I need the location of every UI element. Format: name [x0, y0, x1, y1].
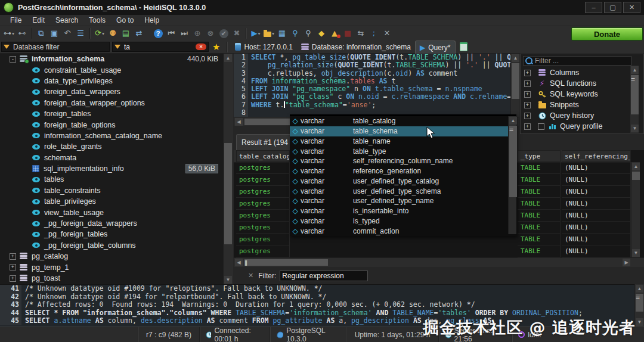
disconnect-icon[interactable]: ⊷ — [16, 27, 28, 39]
reformat-icon[interactable]: ◆ — [315, 27, 327, 39]
run-query-icon[interactable]: ▶▾ — [250, 27, 262, 39]
expand-icon[interactable]: + — [524, 113, 531, 119]
grid-cell[interactable]: postgres — [236, 198, 290, 210]
tab-database[interactable]: Database: information_schema — [297, 41, 415, 54]
autocomplete-item-table_name[interactable]: ◇varchartable_name — [290, 136, 516, 147]
autocomplete-item-table_catalog[interactable]: ◇varchartable_catalog — [290, 116, 516, 126]
expand-icon[interactable]: + — [10, 275, 16, 282]
tree-item-foreign_table_options[interactable]: foreign_table_options — [0, 119, 231, 130]
autocomplete-item-table_schema[interactable]: ◇varchartable_schema — [290, 126, 516, 136]
grid-cell[interactable]: (NULL) — [562, 198, 631, 210]
help-icon[interactable]: ? — [152, 27, 164, 39]
menu-file[interactable]: File — [5, 16, 27, 24]
autocomplete-item-table_type[interactable]: ◇varchartable_type — [290, 146, 516, 156]
menu-help[interactable]: Help — [139, 16, 165, 24]
go-first-icon[interactable]: ⏮ — [165, 27, 177, 39]
grid-cell[interactable]: TABLE — [518, 222, 561, 234]
tree-item-constraint_table_usage[interactable]: constraint_table_usage — [0, 64, 231, 75]
autocomplete-scrollbar[interactable]: ▲ = — [508, 116, 516, 234]
helper-item-query-profile[interactable]: +Query profile — [522, 121, 633, 132]
grid-cell[interactable]: postgres — [236, 234, 290, 245]
grid-filter-input[interactable] — [280, 271, 368, 281]
menu-tools[interactable]: Tools — [83, 16, 111, 24]
expand-icon[interactable]: + — [524, 123, 531, 130]
tree-item-pg_toast[interactable]: +pg_toast — [0, 273, 231, 284]
close-icon[interactable]: ✕ — [623, 2, 640, 13]
grid-cell[interactable]: TABLE — [518, 198, 561, 210]
grid-cell[interactable]: postgres — [236, 162, 290, 174]
tree-item-sql_implementation_info[interactable]: sql_implementation_info56,0 KiB — [0, 163, 231, 174]
save-icon[interactable]: ▦ — [276, 27, 288, 39]
grid-cell[interactable]: (NULL) — [562, 210, 631, 222]
refresh-icon[interactable]: ⟳▾ — [94, 27, 106, 39]
tree-item-_pg_foreign_data_wrappers[interactable]: _pg_foreign_data_wrappers — [0, 218, 231, 229]
close-query-icon[interactable]: ✕ — [381, 27, 393, 39]
menu-search[interactable]: Search — [50, 16, 83, 24]
grid-cell[interactable]: postgres — [236, 222, 290, 234]
go-last-icon[interactable]: ⏭ — [178, 27, 190, 39]
autocomplete-item-user_defined_type_catalog[interactable]: ◇varcharuser_defined_type_catalog — [290, 176, 516, 186]
column-header-self-referencing[interactable]: self_referencing_col — [562, 150, 631, 162]
tree-item-table_constraints[interactable]: table_constraints — [0, 185, 231, 196]
semicolon-icon[interactable]: ; — [368, 27, 380, 39]
minimize-icon[interactable]: – — [585, 2, 602, 13]
tree-item-foreign_data_wrapper_options[interactable]: foreign_data_wrapper_options — [0, 98, 231, 108]
bind-params-icon[interactable]: ⇆ — [355, 27, 367, 39]
open-file-icon[interactable]: ▾ — [263, 27, 275, 39]
grid-cell[interactable]: TABLE — [518, 162, 561, 174]
helper-item-query-history[interactable]: +Query history — [522, 110, 633, 121]
autocomplete-item-commit_action[interactable]: ◇varcharcommit_action — [290, 226, 516, 236]
grid-cell[interactable]: (NULL) — [562, 222, 631, 234]
paste-icon[interactable]: ▣ — [48, 27, 60, 39]
autocomplete-item-is_insertable_into[interactable]: ◇varcharis_insertable_into — [290, 206, 516, 216]
checkbox[interactable] — [538, 123, 544, 130]
helper-scrollbar[interactable]: ▲ = ▼ — [630, 66, 639, 133]
grid-cell[interactable]: (NULL) — [562, 186, 631, 198]
grid-cell[interactable]: (NULL) — [562, 245, 631, 257]
tree-item-table_privileges[interactable]: table_privileges — [0, 196, 231, 207]
tree-item-pg_catalog[interactable]: +pg_catalog — [0, 251, 231, 262]
database-filter-input[interactable] — [12, 42, 107, 52]
log-scrollbar[interactable]: ▲ = ▼ — [634, 284, 644, 327]
expand-icon[interactable]: + — [524, 80, 531, 87]
stop-icon[interactable]: ■ — [342, 27, 354, 39]
helper-item-columns[interactable]: +Columns — [522, 67, 633, 78]
add-row-icon[interactable]: ⊕ — [191, 27, 203, 39]
helper-item-sql-functions[interactable]: +⚡SQL functions — [522, 78, 633, 89]
session-manager-icon[interactable]: ⚉ — [107, 27, 119, 39]
grid-cell[interactable]: TABLE — [518, 210, 561, 222]
clear-grid-filter-icon[interactable]: ✕ — [248, 272, 253, 279]
database-filter-box[interactable] — [1, 42, 110, 52]
tree-item-foreign_data_wrappers[interactable]: foreign_data_wrappers — [0, 86, 231, 97]
warning-icon[interactable]: ▲ — [329, 27, 340, 39]
preferences-icon[interactable]: ⇄ — [133, 27, 145, 39]
connect-icon[interactable]: ⊶▾ — [3, 27, 15, 39]
maximize-icon[interactable]: ▢ — [604, 2, 621, 13]
grid-cell[interactable]: postgres — [236, 245, 290, 257]
column-header-table-catalog[interactable]: table_catalog — [236, 150, 290, 162]
menu-go-to[interactable]: Go to — [111, 16, 139, 24]
tree-item-view_table_usage[interactable]: view_table_usage — [0, 207, 231, 217]
autocomplete-item-user_defined_type_name[interactable]: ◇varcharuser_defined_type_name — [290, 196, 516, 206]
menu-edit[interactable]: Edit — [27, 16, 50, 24]
replace-icon[interactable]: ⚲ — [302, 27, 314, 39]
helper-filter-box[interactable]: Filter ... — [523, 56, 631, 66]
grid-cell[interactable]: (NULL) — [562, 162, 631, 174]
grid-cell[interactable]: (NULL) — [562, 234, 631, 245]
helper-item-snippets[interactable]: +Snippets — [522, 100, 633, 110]
tree-item-_pg_foreign_table_columns[interactable]: _pg_foreign_table_columns — [0, 240, 231, 251]
tab-query[interactable]: ▶ Query* — [415, 41, 456, 54]
grid-cell[interactable]: postgres — [236, 174, 290, 186]
delete-row-icon[interactable]: ⊗ — [205, 27, 216, 39]
grid-cell[interactable]: postgres — [236, 210, 290, 222]
expand-icon[interactable]: + — [10, 253, 16, 260]
column-header-table-type[interactable]: _type — [518, 150, 561, 162]
tree-item-information_schema[interactable]: -information_schema440,0 KiB — [0, 54, 231, 64]
favorites-star-icon[interactable]: ★ — [212, 42, 220, 52]
tree-scrollbar[interactable]: ▲ ▼ — [223, 54, 233, 284]
grid-cell[interactable]: TABLE — [518, 186, 561, 198]
autocomplete-item-reference_generation[interactable]: ◇varcharreference_generation — [290, 166, 516, 176]
find-icon[interactable]: ⚲ — [289, 27, 301, 39]
tree-item-information_schema_catalog_name[interactable]: information_schema_catalog_name — [0, 130, 231, 141]
tab-host[interactable]: Host: 127.0.0.1 — [231, 41, 296, 54]
